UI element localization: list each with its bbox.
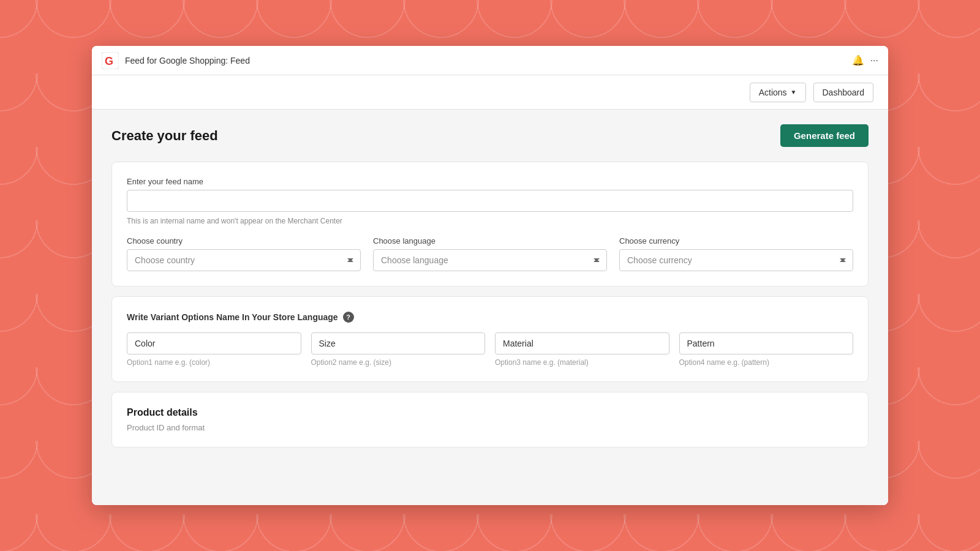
variant-card: Write Variant Options Name In Your Store…: [111, 296, 869, 382]
title-bar-title: Feed for Google Shopping: Feed: [125, 56, 852, 66]
selects-row: Choose country Choose country Choose lan…: [127, 236, 853, 271]
option-group-2: Option3 name e.g. (material): [495, 332, 669, 367]
currency-select-group: Choose currency Choose currency: [619, 236, 853, 271]
product-details-card: Product details Product ID and format: [111, 392, 869, 448]
option-hint-1: Option2 name e.g. (size): [311, 358, 486, 367]
feed-name-card: Enter your feed name This is an internal…: [111, 162, 869, 287]
toolbar: Actions ▼ Dashboard: [92, 75, 888, 110]
option-group-0: Option1 name e.g. (color): [127, 332, 301, 367]
main-content: Create your feed Generate feed Enter you…: [92, 110, 888, 505]
country-select-group: Choose country Choose country: [127, 236, 361, 271]
option-group-1: Option2 name e.g. (size): [311, 332, 486, 367]
page-title: Create your feed: [111, 128, 218, 144]
google-logo: G: [102, 52, 119, 69]
option-hint-3: Option4 name e.g. (pattern): [679, 358, 854, 367]
actions-button[interactable]: Actions ▼: [750, 83, 806, 102]
currency-label: Choose currency: [619, 236, 853, 246]
more-icon[interactable]: ···: [870, 55, 878, 66]
option-hint-2: Option3 name e.g. (material): [495, 358, 669, 367]
browser-window: G Feed for Google Shopping: Feed 🔔 ··· A…: [92, 46, 888, 505]
country-select[interactable]: Choose country: [127, 249, 361, 271]
variant-header: Write Variant Options Name In Your Store…: [127, 312, 853, 323]
feed-name-input[interactable]: [127, 190, 853, 212]
language-label: Choose language: [373, 236, 607, 246]
variant-options-row: Option1 name e.g. (color)Option2 name e.…: [127, 332, 853, 367]
option-input-3[interactable]: [679, 332, 854, 354]
language-select-group: Choose language Choose language: [373, 236, 607, 271]
language-select[interactable]: Choose language: [373, 249, 607, 271]
chevron-down-icon: ▼: [791, 89, 797, 96]
option-input-1[interactable]: [311, 332, 486, 354]
product-details-title: Product details: [127, 407, 853, 418]
svg-text:G: G: [105, 55, 113, 67]
title-bar-actions: 🔔 ···: [852, 54, 878, 66]
feed-name-label: Enter your feed name: [127, 177, 853, 186]
option-group-3: Option4 name e.g. (pattern): [679, 332, 854, 367]
generate-feed-button[interactable]: Generate feed: [780, 124, 869, 147]
page-header: Create your feed Generate feed: [111, 124, 869, 147]
bell-icon[interactable]: 🔔: [852, 54, 864, 66]
help-icon[interactable]: ?: [343, 312, 354, 323]
option-input-0[interactable]: [127, 332, 301, 354]
variant-title: Write Variant Options Name In Your Store…: [127, 312, 338, 322]
option-hint-0: Option1 name e.g. (color): [127, 358, 301, 367]
title-bar: G Feed for Google Shopping: Feed 🔔 ···: [92, 46, 888, 75]
currency-select[interactable]: Choose currency: [619, 249, 853, 271]
option-input-2[interactable]: [495, 332, 669, 354]
product-details-subtitle: Product ID and format: [127, 423, 853, 432]
feed-name-helper: This is an internal name and won't appea…: [127, 217, 853, 225]
dashboard-button[interactable]: Dashboard: [813, 83, 874, 102]
country-label: Choose country: [127, 236, 361, 246]
